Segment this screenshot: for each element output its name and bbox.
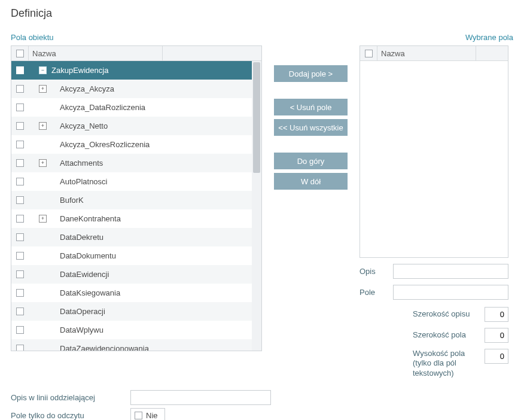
row-checkbox[interactable] <box>16 308 24 315</box>
row-checkbox[interactable] <box>16 289 24 297</box>
row-checkbox-cell <box>11 159 29 167</box>
table-row[interactable]: Akcyza_OkresRozliczenia <box>11 135 261 154</box>
table-row[interactable]: +Akcyza_Akcyza <box>11 80 261 98</box>
row-checkbox-cell <box>11 215 29 223</box>
table-row[interactable]: −ZakupEwidencja <box>11 61 261 80</box>
row-label: ZakupEwidencja <box>50 66 261 75</box>
row-checkbox-cell <box>11 85 29 93</box>
right-grid-body <box>360 61 508 257</box>
row-checkbox-cell <box>11 308 29 315</box>
section-header-left: Pola obiektu <box>11 33 54 42</box>
row-checkbox[interactable] <box>16 252 24 260</box>
right-grid-header-checkbox-cell <box>360 46 377 60</box>
left-grid-header-checkbox-cell <box>11 46 29 60</box>
table-row[interactable]: DataOperacji <box>11 302 261 321</box>
row-checkbox-cell <box>11 66 29 74</box>
expand-icon[interactable]: + <box>39 159 47 167</box>
row-checkbox[interactable] <box>16 326 24 334</box>
bottom-form: Opis w linii oddzielającej Pole tylko do… <box>11 389 513 420</box>
row-label: DataOperacji <box>50 307 261 316</box>
row-checkbox-cell <box>11 289 29 297</box>
right-grid-header: Nazwa <box>360 46 508 61</box>
opis-label: Opis <box>360 267 393 276</box>
collapse-icon[interactable]: − <box>39 66 47 74</box>
row-checkbox[interactable] <box>16 159 24 167</box>
right-grid-header-spacer <box>476 46 508 60</box>
expand-icon[interactable]: + <box>39 85 47 93</box>
remove-all-button[interactable]: << Usuń wszystkie <box>274 119 348 136</box>
row-checkbox-cell <box>11 270 29 278</box>
row-checkbox-cell <box>11 122 29 130</box>
left-grid: Nazwa −ZakupEwidencja+Akcyza_AkcyzaAkcyz… <box>11 45 262 351</box>
move-up-button[interactable]: Do góry <box>274 153 348 169</box>
row-checkbox[interactable] <box>16 196 24 204</box>
row-checkbox-cell <box>11 104 29 111</box>
szer-opisu-label: Szerokość opisu <box>413 309 485 319</box>
right-grid-select-all-checkbox[interactable] <box>365 50 373 57</box>
row-checkbox-cell <box>11 326 29 334</box>
row-label: BuforK <box>50 196 261 205</box>
row-label: Akcyza_DataRozliczenia <box>50 103 261 112</box>
row-checkbox[interactable] <box>16 270 24 278</box>
transfer-buttons: Dodaj pole > < Usuń pole << Usuń wszystk… <box>268 65 354 190</box>
row-label: DataDekretu <box>50 233 261 242</box>
opis-input[interactable] <box>393 264 508 279</box>
row-expander-cell: + <box>29 215 50 223</box>
table-row[interactable]: DataWplywu <box>11 321 261 339</box>
row-label: DaneKontrahenta <box>50 214 261 223</box>
move-down-button[interactable]: W dół <box>274 173 348 190</box>
readonly-checkbox[interactable] <box>135 412 142 419</box>
table-row[interactable]: DataKsiegowania <box>11 284 261 302</box>
row-checkbox-cell <box>11 141 29 148</box>
add-field-button[interactable]: Dodaj pole > <box>274 65 348 82</box>
row-checkbox-cell <box>11 196 29 204</box>
pole-input[interactable] <box>393 285 508 300</box>
row-label: Attachments <box>50 159 261 168</box>
row-checkbox[interactable] <box>16 233 24 241</box>
left-grid-select-all-checkbox[interactable] <box>16 50 24 57</box>
left-grid-header-name[interactable]: Nazwa <box>29 46 163 60</box>
row-checkbox[interactable] <box>16 122 24 130</box>
left-grid-scrollbar[interactable] <box>252 61 261 351</box>
expand-icon[interactable]: + <box>39 122 47 130</box>
row-label: Akcyza_Netto <box>50 121 261 130</box>
table-row[interactable]: +Attachments <box>11 154 261 172</box>
szer-opisu-input[interactable] <box>485 307 508 322</box>
row-label: DataZaewidencjonowania <box>50 344 261 351</box>
row-checkbox-cell <box>11 252 29 260</box>
row-label: DataKsiegowania <box>50 288 261 297</box>
row-checkbox[interactable] <box>16 66 24 74</box>
szer-pola-input[interactable] <box>485 328 508 343</box>
row-checkbox[interactable] <box>16 178 24 185</box>
table-row[interactable]: AutoPlatnosci <box>11 172 261 191</box>
table-row[interactable]: DataEwidencji <box>11 265 261 284</box>
row-checkbox[interactable] <box>16 345 24 351</box>
left-grid-header-spacer <box>163 46 261 60</box>
readonly-boolbox[interactable]: Nie <box>130 408 165 420</box>
expand-icon[interactable]: + <box>39 215 47 223</box>
row-label: DataWplywu <box>50 325 261 334</box>
table-row[interactable]: +Akcyza_Netto <box>11 117 261 135</box>
right-grid: Nazwa <box>360 45 508 258</box>
table-row[interactable]: Akcyza_DataRozliczenia <box>11 98 261 117</box>
table-row[interactable]: BuforK <box>11 191 261 209</box>
separator-line-input[interactable] <box>130 390 271 405</box>
row-checkbox[interactable] <box>16 104 24 111</box>
table-row[interactable]: DataDekretu <box>11 228 261 246</box>
table-row[interactable]: DataZaewidencjonowania <box>11 339 261 351</box>
row-checkbox[interactable] <box>16 141 24 148</box>
table-row[interactable]: DataDokumentu <box>11 246 261 265</box>
pole-label: Pole <box>360 288 393 297</box>
table-row[interactable]: +DaneKontrahenta <box>11 209 261 228</box>
right-grid-header-name[interactable]: Nazwa <box>377 46 476 60</box>
row-expander-cell: + <box>29 122 50 130</box>
section-header-right: Wybrane pola <box>465 33 513 42</box>
left-grid-scrollbar-thumb[interactable] <box>253 62 260 173</box>
row-checkbox-cell <box>11 178 29 185</box>
wys-pola-input[interactable] <box>485 349 508 364</box>
remove-field-button[interactable]: < Usuń pole <box>274 99 348 115</box>
row-expander-cell: − <box>29 66 50 74</box>
wys-pola-label: Wysokość pola (tylko dla pól tekstowych) <box>413 349 485 378</box>
row-checkbox[interactable] <box>16 215 24 223</box>
row-checkbox[interactable] <box>16 85 24 93</box>
